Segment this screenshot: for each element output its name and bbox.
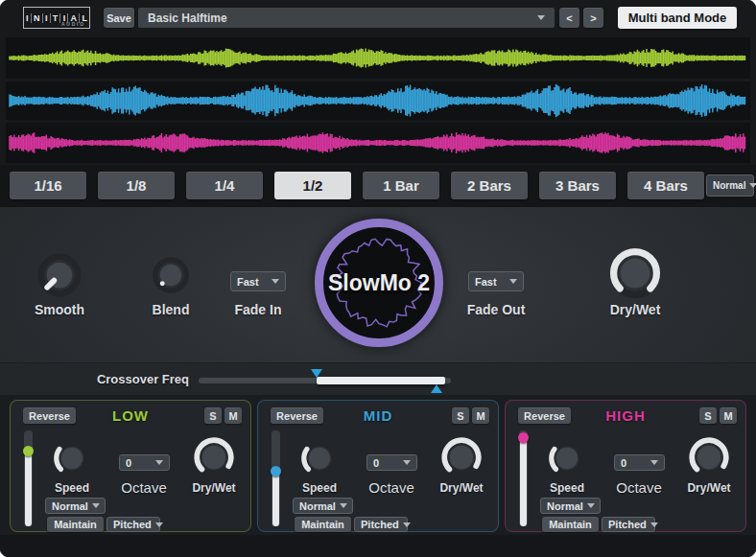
chevron-down-icon (749, 183, 756, 188)
fade-in-label: Fade In (210, 302, 306, 317)
chevron-down-icon (587, 503, 595, 508)
playback-mode-dropdown[interactable]: Normal (706, 174, 754, 197)
speed-mode-dropdown[interactable]: Normal (293, 498, 353, 514)
next-preset-button[interactable]: > (583, 8, 603, 28)
solo-button[interactable]: S (452, 407, 469, 424)
mute-button[interactable]: M (720, 407, 737, 424)
blend-label: Blend (123, 302, 219, 317)
octave-value: 0 (373, 457, 379, 469)
maintain-button[interactable]: Maintain (47, 517, 104, 532)
master-dry-wet-knob[interactable] (607, 245, 663, 301)
speed-mode-dropdown[interactable]: Normal (540, 498, 601, 514)
solo-button[interactable]: S (699, 407, 717, 424)
crossover-high-handle[interactable] (431, 384, 442, 393)
slider-handle[interactable] (23, 446, 34, 456)
fade-in-dropdown[interactable]: Fast (230, 271, 286, 291)
chevron-down-icon (340, 503, 347, 508)
chevron-down-icon (155, 460, 163, 465)
playback-mode-value: Normal (713, 180, 745, 191)
pitch-mode-dropdown[interactable]: Pitched (106, 517, 160, 532)
octave-value: 0 (621, 457, 626, 469)
logo-subtext: AUDIO (61, 21, 85, 27)
fade-in-value: Fast (237, 276, 259, 288)
time-button-4-bars[interactable]: 4 Bars (627, 172, 704, 199)
time-button-1-8[interactable]: 1/8 (98, 172, 175, 199)
band-panel-mid: Reverse MID S M Speed 0 Octave Dry/Wet N (257, 400, 499, 532)
pitch-mode-value: Pitched (113, 519, 152, 530)
speed-knob[interactable] (547, 438, 587, 478)
octave-label: Octave (353, 479, 430, 496)
band-dry-wet-knob[interactable] (687, 435, 731, 479)
solo-button[interactable]: S (204, 407, 222, 424)
crossover-low-handle[interactable] (311, 369, 322, 378)
band-level-slider[interactable] (272, 430, 280, 526)
mute-button[interactable]: M (224, 407, 242, 424)
previous-preset-button[interactable]: < (559, 8, 579, 28)
chevron-down-icon (650, 460, 658, 465)
band-level-slider[interactable] (24, 430, 33, 526)
preset-selector[interactable]: Basic Halftime (138, 8, 555, 28)
octave-dropdown[interactable]: 0 (119, 454, 170, 471)
initial-audio-logo: INITIAL AUDIO (23, 7, 90, 29)
band-dry-wet-knob[interactable] (192, 435, 236, 479)
pitch-mode-dropdown[interactable]: Pitched (354, 517, 408, 532)
band-level-slider[interactable] (519, 430, 528, 526)
speed-knob[interactable] (299, 438, 340, 478)
pitch-mode-value: Pitched (608, 519, 647, 530)
maintain-button[interactable]: Maintain (295, 517, 351, 532)
fade-out-label: Fade Out (448, 302, 544, 317)
band-dry-wet-label: Dry/Wet (671, 481, 747, 495)
time-button-1-2[interactable]: 1/2 (274, 172, 351, 199)
time-button-2-bars[interactable]: 2 Bars (451, 172, 528, 199)
slider-handle[interactable] (518, 432, 529, 443)
speed-knob[interactable] (52, 438, 92, 478)
time-button-1-4[interactable]: 1/4 (186, 172, 263, 199)
octave-label: Octave (106, 479, 182, 496)
band-panels-area: Reverse LOW S M Speed 0 Octave Dry/Wet N (0, 395, 756, 535)
plugin-name: SlowMo 2 (323, 227, 435, 338)
crossover-slider[interactable] (199, 378, 451, 383)
slider-handle[interactable] (271, 466, 281, 476)
band-dry-wet-knob[interactable] (439, 435, 484, 479)
slider-fill (25, 452, 32, 526)
octave-label: Octave (601, 479, 677, 496)
smooth-knob[interactable] (35, 251, 83, 299)
chevron-down-icon (92, 503, 100, 508)
band-panel-high: Reverse HIGH S M Speed 0 Octave Dry/Wet (505, 400, 746, 532)
band-panel-low: Reverse LOW S M Speed 0 Octave Dry/Wet N (10, 400, 251, 532)
chevron-down-icon (509, 279, 517, 284)
speed-label: Speed (528, 481, 606, 495)
mute-button[interactable]: M (472, 407, 489, 424)
crossover-label: Crossover Freq (0, 372, 189, 386)
octave-value: 0 (126, 457, 131, 469)
chevron-down-icon (403, 522, 411, 527)
speed-mode-value: Normal (547, 500, 583, 512)
time-button-3-bars[interactable]: 3 Bars (539, 172, 616, 199)
time-button-1-bar[interactable]: 1 Bar (363, 172, 439, 199)
octave-dropdown[interactable]: 0 (614, 454, 665, 471)
band-dry-wet-label: Dry/Wet (423, 481, 500, 495)
preset-name: Basic Halftime (148, 12, 227, 25)
waveform-mid (6, 81, 750, 120)
chevron-down-icon (272, 279, 279, 284)
chevron-down-icon (403, 460, 411, 465)
multi-band-mode-button[interactable]: Multi band Mode (618, 7, 737, 29)
chevron-down-icon (155, 522, 163, 527)
time-division-row: 1/16 1/8 1/4 1/2 1 Bar 2 Bars 3 Bars 4 B… (0, 165, 756, 207)
save-preset-button[interactable]: Save (104, 8, 134, 28)
waveform-high (6, 123, 750, 163)
crossover-range-segment (317, 377, 445, 384)
slider-fill (272, 472, 279, 526)
speed-mode-value: Normal (299, 500, 336, 512)
speed-mode-dropdown[interactable]: Normal (45, 498, 106, 514)
blend-knob[interactable] (151, 255, 191, 295)
fade-out-dropdown[interactable]: Fast (468, 271, 524, 291)
waveform-display-area (0, 35, 756, 165)
pitch-mode-dropdown[interactable]: Pitched (602, 517, 655, 532)
time-button-1-16[interactable]: 1/16 (10, 172, 86, 199)
octave-dropdown[interactable]: 0 (366, 454, 417, 471)
speed-label: Speed (33, 481, 111, 495)
speed-label: Speed (280, 481, 359, 495)
fade-out-value: Fast (475, 276, 497, 288)
maintain-button[interactable]: Maintain (542, 517, 599, 532)
